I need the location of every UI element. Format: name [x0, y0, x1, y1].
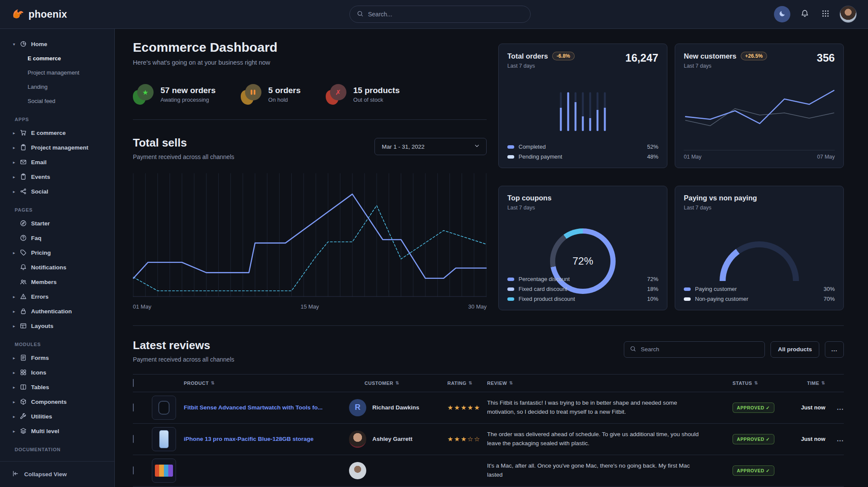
column-header-review[interactable]: REVIEW⇅ [487, 381, 721, 386]
review-text: It's a Mac, after all. Once you've gone … [487, 462, 721, 480]
sidebar-item-layouts[interactable]: ▸Layouts [0, 318, 114, 333]
order-bar [582, 92, 584, 131]
donut-center-label: 72% [572, 255, 593, 267]
product-thumbnail [152, 427, 176, 451]
caret-right-icon: ▸ [13, 385, 20, 390]
sidebar-item-forms[interactable]: ▸Forms [0, 350, 114, 365]
legend-label: Fixed card discount [519, 286, 567, 292]
sidebar-subitem-project-management[interactable]: Project management [0, 66, 114, 80]
top-coupons-card: Top coupons Last 7 days 72% Percentage d… [498, 186, 667, 310]
caret-right-icon: ▸ [13, 294, 20, 299]
sidebar-item-notifications[interactable]: Notifications [0, 260, 114, 275]
date-range-select[interactable]: Mar 1 - 31, 2022 [374, 138, 487, 155]
sidebar-item-icons[interactable]: ▸Icons [0, 365, 114, 380]
bell-icon [20, 264, 31, 271]
stat-caption: On hold [268, 97, 301, 103]
card-period: Last 7 days [684, 205, 757, 211]
sidebar-item-label: Home [31, 41, 47, 47]
sidebar-subitem-landing[interactable]: Landing [0, 80, 114, 94]
search-icon [357, 10, 364, 19]
caret-right-icon: ▸ [13, 131, 20, 135]
reviews-subtitle: Payment received across all channels [133, 356, 234, 363]
legend-label: Completed [519, 144, 546, 150]
product-link[interactable]: Fitbit Sense Advanced Smartwatch with To… [184, 404, 349, 411]
caret-right-icon: ▸ [13, 160, 20, 165]
sidebar-item-events[interactable]: ▸Events [0, 169, 114, 184]
sidebar-subitem-e-commerce[interactable]: E commerce [0, 51, 114, 66]
sidebar-item-pricing[interactable]: ▸Pricing [0, 245, 114, 260]
share-icon [20, 188, 31, 195]
pause-icon [251, 90, 255, 95]
sidebar-item-social[interactable]: ▸Social [0, 184, 114, 199]
columns-icon [20, 384, 31, 390]
all-products-button[interactable]: All products [771, 341, 819, 358]
legend-swatch [507, 155, 514, 159]
collapsed-view-toggle[interactable]: Collapsed View [0, 461, 114, 487]
select-all-checkbox[interactable] [133, 379, 134, 387]
card-title: Total orders [507, 52, 548, 60]
collapsed-view-label: Collapsed View [24, 471, 67, 478]
chevron-down-icon [474, 143, 480, 150]
left-column: Ecommerce Dashboard Here's what's going … [133, 40, 487, 311]
caret-right-icon: ▸ [13, 189, 20, 194]
sidebar-item-e-commerce[interactable]: ▸E commerce [0, 125, 114, 140]
sidebar-item-home[interactable]: ▾Home [0, 37, 114, 51]
column-header-status[interactable]: STATUS⇅ [721, 381, 778, 386]
table-row: iPhone 13 pro max-Pacific Blue-128GB sto… [133, 424, 844, 455]
sort-icon: ⇅ [509, 381, 513, 385]
more-options-button[interactable]: ... [825, 341, 844, 358]
sort-icon: ⇅ [211, 381, 215, 385]
caret-right-icon: ▸ [13, 324, 20, 328]
row-checkbox[interactable] [133, 403, 134, 412]
layers-icon [20, 428, 31, 434]
grid-icon [821, 9, 830, 19]
row-actions-button[interactable]: ... [825, 404, 844, 412]
sidebar-item-members[interactable]: Members [0, 275, 114, 289]
global-search-input[interactable]: Search... [349, 6, 531, 23]
row-checkbox[interactable] [133, 466, 134, 475]
apps-menu-button[interactable] [819, 8, 832, 21]
sidebar-item-components[interactable]: ▸Components [0, 394, 114, 409]
reviews-search-input[interactable]: Search [624, 341, 765, 358]
column-header-time[interactable]: TIME⇅ [778, 381, 825, 386]
sidebar-item-tables[interactable]: ▸Tables [0, 380, 114, 394]
theme-toggle-button[interactable] [774, 6, 790, 22]
new-customers-card: New customers +26.5% Last 7 days 356 01 … [675, 44, 844, 168]
trend-badge: +26.5% [741, 52, 767, 60]
legend-value: 48% [647, 153, 658, 160]
card-title: New customers [684, 52, 736, 60]
legend-item-pending-payment: Pending payment48% [507, 152, 658, 162]
row-actions-button[interactable]: ... [825, 435, 844, 443]
legend-swatch [684, 297, 691, 301]
user-avatar[interactable] [840, 6, 857, 23]
collapse-icon [12, 470, 19, 479]
sidebar-item-project-management[interactable]: ▸Project management [0, 140, 114, 155]
paying-gauge-chart [720, 241, 799, 281]
row-checkbox[interactable] [133, 435, 134, 443]
sidebar-section-heading-apps: APPS [0, 108, 114, 125]
sidebar-item-errors[interactable]: ▸Errors [0, 289, 114, 304]
product-link[interactable]: iPhone 13 pro max-Pacific Blue-128GB sto… [184, 436, 349, 442]
notifications-button[interactable] [798, 8, 811, 21]
sidebar-item-starter[interactable]: Starter [0, 216, 114, 231]
sidebar-item-faq[interactable]: Faq [0, 231, 114, 245]
sidebar-item-utilities[interactable]: ▸Utilities [0, 409, 114, 424]
column-header-product[interactable]: PRODUCT⇅ [184, 381, 349, 386]
column-header-customer[interactable]: CUSTOMER⇅ [349, 381, 437, 386]
star-badge-icon: ★ [133, 84, 154, 105]
sidebar-item-label: Email [31, 159, 47, 165]
brand[interactable]: phoenix [11, 7, 67, 22]
sidebar-item-email[interactable]: ▸Email [0, 155, 114, 169]
sidebar-subitem-social-feed[interactable]: Social feed [0, 94, 114, 108]
layout-icon [20, 322, 31, 329]
sidebar-item-multi-level[interactable]: ▸Multi level [0, 424, 114, 438]
box-icon [20, 398, 31, 405]
main-content: Ecommerce Dashboard Here's what's going … [115, 29, 868, 487]
caret-right-icon: ▸ [13, 356, 20, 360]
sidebar-item-authentication[interactable]: ▸Authentication [0, 304, 114, 318]
sidebar-item-label: Notifications [31, 264, 66, 271]
column-header-rating[interactable]: RATING⇅ [437, 381, 487, 386]
sidebar-item-label: Faq [31, 235, 41, 241]
legend-item-percentage-discount: Percentage discount72% [507, 274, 658, 284]
total-orders-value: 16,247 [626, 52, 658, 64]
